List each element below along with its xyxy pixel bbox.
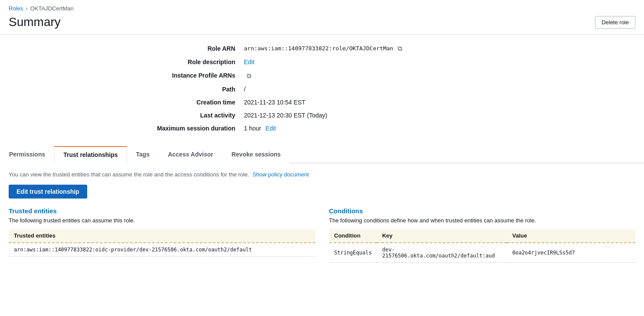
role-arn-label: Role ARN	[127, 42, 240, 55]
tab-trust-relationships[interactable]: Trust relationships	[54, 146, 127, 163]
role-description-value: Edit	[240, 55, 517, 68]
max-session-edit-link[interactable]: Edit	[265, 125, 276, 132]
trusted-entities-section: Trusted entities The following trusted e…	[9, 207, 315, 263]
condition-key: dev-21576506.okta.com/oauth2/default:aud	[377, 243, 507, 263]
breadcrumb-roles-link[interactable]: Roles	[9, 5, 23, 12]
conditions-desc: The following conditions define how and …	[329, 217, 636, 224]
conditions-table: ConditionKeyValue StringEqualsdev-215765…	[329, 229, 636, 263]
breadcrumb: Roles › OKTAJDCertMan	[0, 0, 644, 13]
trust-relationships-content: You can view the trusted entities that c…	[0, 163, 644, 270]
path-label: Path	[127, 83, 240, 96]
conditions-col-header: Key	[377, 229, 507, 243]
condition-value: 0oa2o4rjvecIR9LSs5d7	[507, 243, 635, 263]
page-title: Summary	[9, 15, 61, 29]
max-session-row: Maximum session duration 1 hour Edit	[127, 122, 517, 135]
two-col-layout: Trusted entities The following trusted e…	[9, 207, 635, 263]
conditions-col-header: Value	[507, 229, 635, 243]
edit-trust-relationship-button[interactable]: Edit trust relationship	[9, 185, 87, 199]
creation-time-value: 2021-11-23 10:54 EST	[240, 96, 517, 109]
role-description-label: Role description	[127, 55, 240, 68]
info-bar: You can view the trusted entities that c…	[9, 170, 635, 179]
max-session-value: 1 hour Edit	[240, 122, 517, 135]
creation-time-row: Creation time 2021-11-23 10:54 EST	[127, 96, 517, 109]
last-activity-row: Last activity 2021-12-13 20:30 EST (Toda…	[127, 109, 517, 122]
tab-access-advisor[interactable]: Access Advisor	[159, 146, 222, 163]
tab-revoke-sessions[interactable]: Revoke sessions	[222, 146, 290, 163]
tab-permissions[interactable]: Permissions	[0, 146, 54, 163]
trusted-entities-desc: The following trusted entities can assum…	[9, 217, 315, 224]
breadcrumb-separator: ›	[26, 5, 27, 12]
conditions-title: Conditions	[329, 207, 636, 215]
tab-tags[interactable]: Tags	[127, 146, 159, 163]
path-row: Path /	[127, 83, 517, 96]
copy-instance-icon[interactable]: ⧉	[247, 72, 252, 80]
condition-condition: StringEquals	[329, 243, 377, 263]
page-title-bar: Summary Delete role	[0, 13, 644, 34]
last-activity-label: Last activity	[127, 109, 240, 122]
conditions-col-header: Condition	[329, 229, 377, 243]
trusted-entities-col-header: Trusted entities	[9, 229, 315, 243]
role-description-edit-link[interactable]: Edit	[244, 59, 255, 65]
role-description-row: Role description Edit	[127, 55, 517, 68]
delete-role-button[interactable]: Delete role	[595, 16, 635, 29]
header-divider	[0, 34, 644, 35]
trusted-entity-row: arn:aws:iam::140977833822:oidc-provider/…	[9, 243, 315, 257]
trusted-entities-table: Trusted entities arn:aws:iam::1409778338…	[9, 229, 315, 257]
instance-profile-value: ⧉	[240, 68, 517, 82]
role-arn-row: Role ARN arn:aws:iam::140977833822:role/…	[127, 42, 517, 55]
conditions-section: Conditions The following conditions defi…	[329, 207, 636, 263]
copy-arn-icon[interactable]: ⧉	[398, 45, 402, 52]
role-arn-value: arn:aws:iam::140977833822:role/OKTAJDCer…	[240, 42, 517, 55]
tabs-container: Permissions Trust relationships Tags Acc…	[0, 145, 644, 163]
path-value: /	[240, 83, 517, 96]
creation-time-label: Creation time	[127, 96, 240, 109]
last-activity-value: 2021-12-13 20:30 EST (Today)	[240, 109, 517, 122]
max-session-label: Maximum session duration	[127, 122, 240, 135]
show-policy-link[interactable]: Show policy document	[252, 171, 309, 178]
trusted-entities-title: Trusted entities	[9, 207, 315, 215]
instance-profile-row: Instance Profile ARNs ⧉	[127, 68, 517, 82]
breadcrumb-role-name: OKTAJDCertMan	[30, 5, 74, 12]
summary-table: Role ARN arn:aws:iam::140977833822:role/…	[127, 42, 517, 135]
conditions-row: StringEqualsdev-21576506.okta.com/oauth2…	[329, 243, 636, 263]
instance-profile-label: Instance Profile ARNs	[127, 68, 240, 82]
